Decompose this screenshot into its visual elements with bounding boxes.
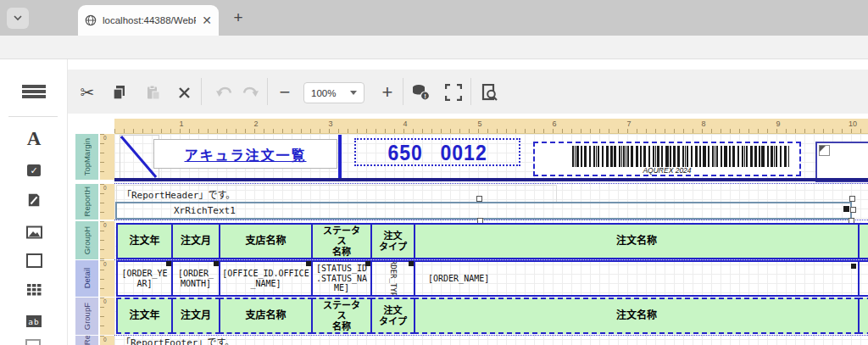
band-strip-reportfooter[interactable]: Re xyxy=(75,336,98,345)
band-strip-topmargin[interactable]: TopMargin xyxy=(75,134,98,180)
undo-button[interactable] xyxy=(214,81,236,103)
gf-cell-order-type[interactable]: 注文 タイプ xyxy=(370,298,415,334)
gf-cell-order-name[interactable]: 注文名称 xyxy=(414,298,860,334)
toolbox-item-table[interactable] xyxy=(20,278,47,302)
barcode-bars xyxy=(572,146,789,167)
reportfooter-label[interactable]: 「ReportFooter」です。 xyxy=(121,336,460,345)
ruler-ticks xyxy=(114,129,868,133)
richtext-icon xyxy=(27,192,42,208)
picture-box-control[interactable] xyxy=(815,142,868,182)
screen: localhost:44388/WebForm1.aspx ✕ + ← http… xyxy=(0,0,868,345)
order-code-text: 650 0012 xyxy=(387,139,487,164)
validate-bindings-button[interactable]: ! xyxy=(409,81,432,103)
ruler-number: 8 xyxy=(701,120,705,128)
groupheader-row: 注文年 注文月 支店名称 ステータ ス 名称 注文 タイプ 注文名称 xyxy=(116,223,868,259)
detail-cell-order-year[interactable]: [ORDER_YE AR] xyxy=(116,260,173,297)
gf-cell-order-year[interactable]: 注文年 xyxy=(116,298,173,334)
browser-tab-strip: localhost:44388/WebForm1.aspx ✕ + xyxy=(0,0,868,36)
toolbox-item-richtext[interactable] xyxy=(20,188,47,212)
band-label: TopMargin xyxy=(82,138,92,175)
scissors-icon: ✂ xyxy=(81,82,95,103)
toolbox-item-panel[interactable] xyxy=(20,248,47,272)
binding-marker xyxy=(843,206,849,212)
binding-marker xyxy=(851,264,856,269)
paste-button[interactable] xyxy=(142,81,164,103)
gh-cell-status-name[interactable]: ステータ ス 名称 xyxy=(311,223,372,259)
gh-cell-order-type[interactable]: 注文 タイプ xyxy=(370,223,415,259)
band-strip-groupfooter[interactable]: GroupF xyxy=(75,298,98,335)
richtext-control[interactable]: XrRichText1 xyxy=(115,202,852,220)
toolbox-item-label[interactable]: A xyxy=(20,127,47,151)
gh-cell-order-month[interactable]: 注文月 xyxy=(171,223,220,259)
zoom-dropdown[interactable]: 100% xyxy=(303,82,364,103)
delete-x-icon xyxy=(178,86,191,99)
fullscreen-button[interactable] xyxy=(442,81,465,103)
report-title-label[interactable]: アキュラ注文一覧 xyxy=(153,139,337,169)
toolbox-menu-button[interactable] xyxy=(22,83,46,100)
gf-cell-extra[interactable] xyxy=(858,298,868,334)
selection-handle[interactable] xyxy=(476,196,482,202)
cut-button[interactable]: ✂ xyxy=(76,81,98,103)
zoom-out-button[interactable]: − xyxy=(275,81,295,103)
hamburger-icon xyxy=(22,85,46,88)
gh-cell-order-name[interactable]: 注文名称 xyxy=(414,223,860,259)
detail-row: [ORDER_YE AR] [ORDER_ MONTH] [OFFICE_ID.… xyxy=(116,260,868,297)
copy-icon xyxy=(112,85,127,100)
detail-cell-office-name[interactable]: [OFFICE_ID.OFFICE _NAME] xyxy=(219,260,313,297)
redo-button[interactable] xyxy=(239,81,261,103)
tab-close-icon[interactable]: ✕ xyxy=(202,14,212,26)
band-ruler: 0 xyxy=(100,298,114,335)
zoom-in-button[interactable]: + xyxy=(377,81,398,103)
checkbox-icon: ✓ xyxy=(27,164,41,176)
fullscreen-icon xyxy=(445,84,462,101)
ruler-number: 7 xyxy=(626,120,631,128)
detail-cell-order-name[interactable]: [ORDER_NAME] xyxy=(414,260,860,297)
reportheader-text: 「ReportHeader」です。 xyxy=(117,187,235,201)
toolbox-item-picture[interactable] xyxy=(20,220,47,244)
selection-handle[interactable] xyxy=(850,207,856,213)
gh-cell-order-year[interactable]: 注文年 xyxy=(116,223,173,259)
copy-button[interactable] xyxy=(108,81,131,103)
globe-icon xyxy=(85,14,97,26)
band-strip-detail[interactable]: Detail xyxy=(75,260,98,297)
toolbar-separator xyxy=(403,78,403,105)
toolbar-separator xyxy=(201,78,202,105)
report-title-text: アキュラ注文一覧 xyxy=(184,144,306,164)
new-tab-button[interactable]: + xyxy=(227,7,249,29)
band-ruler: 0 xyxy=(100,221,114,259)
tab-actions-button[interactable] xyxy=(7,8,29,29)
toolbox-panel: A ✓ xyxy=(0,59,68,345)
delete-button[interactable] xyxy=(173,81,195,103)
detail-cell-status-name[interactable]: [STATUS_ID .STATUS_NA ME] xyxy=(311,260,372,297)
barcode-control[interactable]: AQUREX 2024 xyxy=(533,142,801,176)
preview-button[interactable] xyxy=(477,81,501,103)
dropdown-caret-icon xyxy=(350,91,357,95)
gh-cell-branch-name[interactable]: 支店名称 xyxy=(219,223,313,259)
browser-navbar: ← https://localhost:44388/WebForm1.aspx xyxy=(0,36,868,59)
picture-placeholder-icon xyxy=(819,145,830,156)
toolbox-item-character-comb[interactable]: ab xyxy=(20,309,47,333)
svg-text:!: ! xyxy=(424,92,426,100)
gf-cell-branch-name[interactable]: 支店名称 xyxy=(219,298,313,334)
reportheader-label[interactable]: 「ReportHeader」です。 xyxy=(116,185,557,203)
document-search-icon xyxy=(481,84,498,101)
toolbar-separator xyxy=(470,78,471,105)
band-label: Detail xyxy=(82,268,92,288)
gf-cell-order-month[interactable]: 注文月 xyxy=(171,298,220,334)
gh-cell-extra[interactable] xyxy=(858,223,868,259)
band-label: ReportH xyxy=(82,186,92,216)
selection-handle[interactable] xyxy=(849,196,855,202)
order-code-label[interactable]: 650 0012 xyxy=(354,138,520,166)
horizontal-ruler: 1 2 3 4 5 6 7 8 9 10 xyxy=(114,119,868,134)
richtext-name: XrRichText1 xyxy=(117,205,236,216)
browser-tab[interactable]: localhost:44388/WebForm1.aspx ✕ xyxy=(78,5,219,36)
gf-cell-status-name[interactable]: ステータ ス 名称 xyxy=(311,298,372,334)
character-comb-icon: ab xyxy=(26,315,42,327)
vertical-line-control[interactable] xyxy=(338,135,342,179)
ruler-number: 1 xyxy=(179,120,183,128)
band-strip-groupheader[interactable]: GroupH xyxy=(75,221,98,259)
detail-cell-extra[interactable] xyxy=(858,260,868,297)
band-strip-reportheader[interactable]: ReportH xyxy=(75,184,98,220)
toolbox-item-checkbox[interactable]: ✓ xyxy=(20,159,47,182)
toolbox-item-partial[interactable] xyxy=(25,339,41,345)
